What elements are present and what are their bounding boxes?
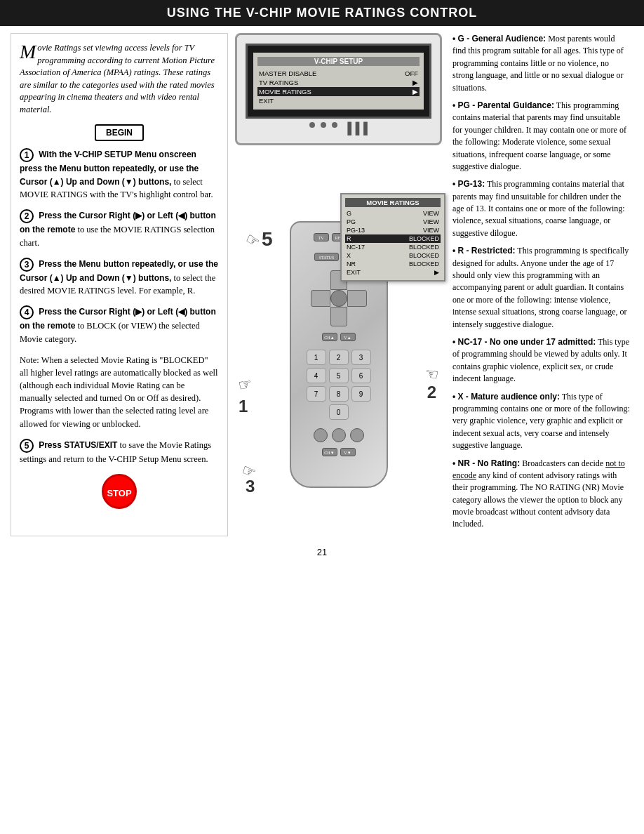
- page-title: Using the V-Chip Movie Ratings Control: [0, 6, 644, 20]
- hand-2-icon: ☞: [423, 364, 440, 384]
- hand-1-icon: ☞: [237, 374, 254, 395]
- num-1-button[interactable]: 1: [307, 350, 326, 365]
- tv-menu-title: V-CHIP SETUP: [257, 57, 420, 66]
- dpad-down[interactable]: [330, 307, 347, 326]
- ratings-row-x: XBLOCKED: [345, 251, 441, 260]
- tv-controls: ▐▐▐: [246, 122, 431, 135]
- vol-down-button[interactable]: V▼: [340, 448, 356, 456]
- remote-bottom-buttons: [314, 428, 364, 442]
- rating-g-paragraph: • G - General Audience: Most parents wou…: [452, 33, 630, 94]
- ratings-row-g: GVIEW: [345, 209, 441, 218]
- tv-screen: V-CHIP SETUP MASTER DISABLEOFF TV RATING…: [246, 44, 431, 119]
- step-4-number: 4: [20, 305, 34, 319]
- hand-5-icon: ☞: [242, 230, 263, 253]
- status-button[interactable]: STATUS: [314, 253, 339, 261]
- ratings-row-r-highlight: RBLOCKED: [345, 234, 441, 243]
- ratings-overlay-title: MOVIE RATINGS: [345, 198, 441, 207]
- tv-menu-row-2: TV RATINGS▶: [257, 78, 420, 87]
- step-1-number: 1: [20, 148, 34, 162]
- ratings-row-pg: PGVIEW: [345, 218, 441, 226]
- num-6-button[interactable]: 6: [351, 368, 371, 383]
- ratings-row-nr: NRBLOCKED: [345, 260, 441, 268]
- mute-button[interactable]: [332, 428, 346, 442]
- tv-ctrl-dot-1: [309, 122, 315, 128]
- num-4-button[interactable]: 4: [307, 368, 326, 383]
- step-2: 2 Press the Cursor Right (▶) or Left (◀)…: [20, 209, 219, 249]
- ratings-row-nc17: NC-17BLOCKED: [345, 243, 441, 251]
- dpad-right[interactable]: [347, 290, 367, 307]
- num-2-button[interactable]: 2: [329, 350, 349, 365]
- tv-menu-row-4: EXIT: [257, 96, 420, 105]
- page-header: Using the V-Chip Movie Ratings Control: [0, 0, 644, 26]
- num-7-button[interactable]: 7: [307, 386, 326, 402]
- dpad-center[interactable]: [330, 290, 347, 307]
- step-5-number: 5: [20, 439, 34, 453]
- step-4: 4 Press the Cursor Right (▶) or Left (◀)…: [20, 305, 219, 345]
- ratings-descriptions: • G - General Audience: Most parents wou…: [452, 33, 630, 531]
- rating-x-paragraph: • X - Mature audience only: This type of…: [452, 391, 630, 452]
- center-column: V-CHIP SETUP MASTER DISABLEOFF TV RATING…: [235, 33, 442, 536]
- page-number: 21: [0, 547, 644, 557]
- rating-pg13-paragraph: • PG-13: This programming contains mater…: [452, 178, 630, 239]
- remote-numpad: 1 2 3 4 5 6 7 8 9 0: [307, 350, 371, 420]
- ratings-overlay-box: MOVIE RATINGS GVIEW PGVIEW PG-13VIEW RBL…: [340, 193, 445, 282]
- right-column: • G - General Audience: Most parents wou…: [449, 33, 633, 536]
- rating-r-paragraph: • R - Restricted: This programming is sp…: [452, 245, 630, 331]
- rating-nr-paragraph: • NR - No Rating: Broadcasters can decid…: [452, 458, 630, 531]
- ratings-row-pg13: PG-13VIEW: [345, 226, 441, 234]
- label-5: 5: [262, 228, 273, 251]
- step-3-number: 3: [20, 258, 34, 272]
- tv-menu-row-1: MASTER DISABLEOFF: [257, 69, 420, 78]
- mid-buttons-row: CH▲ V▲: [322, 333, 356, 341]
- num-3-button[interactable]: 3: [351, 350, 371, 365]
- step-2-number: 2: [20, 209, 34, 223]
- ratings-overlay-wrapper: MOVIE RATINGS GVIEW PGVIEW PG-13VIEW RBL…: [235, 151, 442, 186]
- page-wrapper: Using the V-Chip Movie Ratings Control M…: [0, 0, 644, 834]
- rating-nc17-paragraph: • NC-17 - No one under 17 admitted: This…: [452, 336, 630, 385]
- ch-up-button[interactable]: CH▲: [322, 333, 337, 341]
- step-1: 1 With the V-CHIP SETUP Menu onscreen pr…: [20, 148, 219, 201]
- step-3: 3 Press the Menu button repeatedly, or u…: [20, 258, 219, 298]
- rating-pg-paragraph: • PG - Parental Guidance: This programmi…: [452, 100, 630, 173]
- num-0-button[interactable]: 0: [329, 404, 349, 420]
- dpad-left[interactable]: [311, 290, 330, 307]
- tv-speaker-icon: ▐▐▐: [343, 122, 367, 135]
- label-1: 1: [239, 397, 248, 416]
- left-column: Movie Ratings set viewing access levels …: [11, 33, 228, 536]
- label-3: 3: [246, 477, 255, 496]
- bottom-nav-row: CH▼ V▼: [322, 448, 356, 456]
- ratings-row-exit: EXIT▶: [345, 268, 441, 277]
- tv-ctrl-dot-2: [321, 122, 326, 128]
- exit-button[interactable]: [350, 428, 364, 442]
- tv-ctrl-dot-3: [332, 122, 337, 128]
- num-8-button[interactable]: 8: [329, 386, 349, 402]
- num-9-button[interactable]: 9: [351, 386, 371, 402]
- tv-screen-inner: V-CHIP SETUP MASTER DISABLEOFF TV RATING…: [253, 53, 424, 110]
- num-5-button[interactable]: 5: [329, 368, 349, 383]
- main-content: Movie Ratings set viewing access levels …: [0, 33, 644, 536]
- vol-up-button[interactable]: V▲: [340, 333, 356, 341]
- begin-button: BEGIN: [95, 124, 144, 141]
- ch-down-button[interactable]: CH▼: [322, 448, 337, 456]
- note-text: Note: When a selected Movie Rating is "B…: [20, 354, 219, 430]
- drop-cap: M: [20, 42, 36, 62]
- tv-button[interactable]: TV: [314, 233, 329, 241]
- step-5: 5 Press STATUS/EXIT to save the Movie Ra…: [20, 439, 219, 465]
- stop-button: STOP: [102, 474, 137, 509]
- tv-container: V-CHIP SETUP MASTER DISABLEOFF TV RATING…: [235, 33, 442, 145]
- intro-paragraph: Movie Ratings set viewing access levels …: [20, 42, 219, 116]
- tv-menu-row-3-highlight: MOVIE RATINGS▶: [257, 87, 420, 96]
- label-2: 2: [427, 383, 436, 402]
- menu-button[interactable]: [314, 428, 328, 442]
